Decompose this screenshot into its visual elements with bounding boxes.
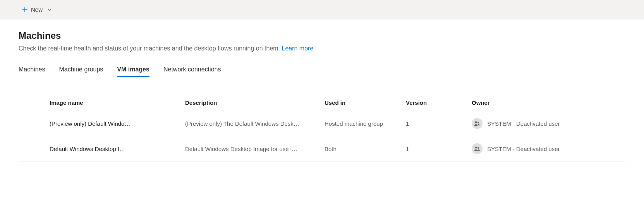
plus-icon	[22, 7, 28, 13]
new-button[interactable]: New	[19, 5, 55, 14]
table: Image name Description Used in Version O…	[19, 95, 625, 161]
row-owner: SYSTEM - Deactivated user	[472, 118, 625, 129]
tab-machine-groups[interactable]: Machine groups	[59, 63, 103, 76]
row-description: (Preview only) The Default Windows Desk…	[185, 120, 325, 127]
col-header-name[interactable]: Image name	[50, 99, 185, 106]
svg-point-0	[475, 121, 477, 123]
content: Machines Check the real-time health and …	[0, 19, 644, 172]
svg-point-2	[475, 147, 477, 149]
user-icon	[472, 118, 483, 129]
page-description-text: Check the real-time health and status of…	[19, 45, 282, 52]
tabs: Machines Machine groups VM images Networ…	[19, 63, 625, 76]
tab-network-connections[interactable]: Network connections	[163, 63, 221, 76]
table-row[interactable]: (Preview only) Default Windo… (Preview o…	[19, 111, 625, 136]
col-header-version[interactable]: Version	[406, 99, 472, 106]
row-owner-text: SYSTEM - Deactivated user	[487, 146, 560, 152]
page-title: Machines	[19, 30, 625, 41]
new-button-label: New	[31, 6, 43, 13]
row-name[interactable]: (Preview only) Default Windo…	[50, 120, 185, 127]
row-version: 1	[406, 146, 472, 152]
row-description: Default Windows Desktop Image for use i…	[185, 146, 325, 152]
learn-more-link[interactable]: Learn more	[282, 45, 314, 52]
col-header-usedin[interactable]: Used in	[325, 99, 406, 106]
toolbar: New	[0, 0, 644, 19]
row-name[interactable]: Default Windows Desktop I…	[50, 146, 185, 152]
svg-point-1	[477, 122, 479, 123]
col-checkbox-header	[19, 99, 50, 106]
col-header-description[interactable]: Description	[185, 99, 325, 106]
row-version: 1	[406, 120, 472, 127]
row-owner-text: SYSTEM - Deactivated user	[487, 120, 560, 127]
svg-point-3	[477, 147, 479, 149]
row-owner: SYSTEM - Deactivated user	[472, 143, 625, 154]
tab-vm-images[interactable]: VM images	[117, 63, 149, 76]
col-header-owner[interactable]: Owner	[472, 99, 625, 106]
tab-machines[interactable]: Machines	[19, 63, 45, 76]
chevron-down-icon	[47, 7, 52, 12]
row-usedin: Both	[325, 146, 406, 152]
table-row[interactable]: Default Windows Desktop I… Default Windo…	[19, 136, 625, 161]
user-icon	[472, 143, 483, 154]
page-description: Check the real-time health and status of…	[19, 45, 625, 52]
table-header: Image name Description Used in Version O…	[19, 95, 625, 111]
row-usedin: Hosted machine group	[325, 120, 406, 127]
